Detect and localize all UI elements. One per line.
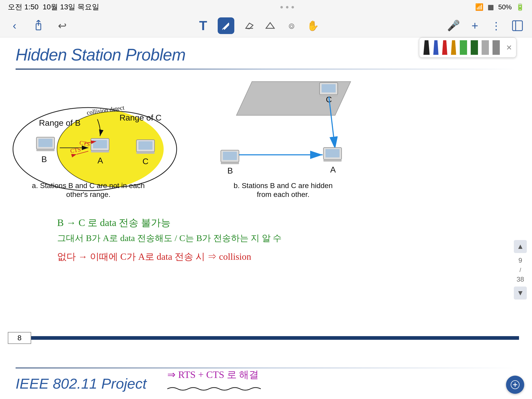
footer-title: IEEE 802.11 Project	[16, 375, 147, 392]
svg-rect-36	[322, 84, 336, 92]
pen-green[interactable]	[460, 40, 467, 55]
svg-text:a. Stations B and C are not in: a. Stations B and C are not in each	[32, 182, 145, 190]
wifi-icon: 📶	[475, 3, 483, 11]
battery-icon: 🔋	[516, 3, 524, 11]
main-content: Hidden Station Problem Range of B Range …	[0, 37, 532, 399]
mic-button[interactable]: 🎤	[447, 19, 460, 32]
title-divider	[16, 69, 516, 70]
svg-line-1	[222, 28, 223, 30]
svg-rect-3	[513, 21, 522, 31]
hand-tool[interactable]: ✋	[306, 19, 320, 32]
toolbar-right: 🎤 + ⋮	[447, 19, 524, 32]
svg-rect-26	[136, 152, 155, 154]
eraser-tool[interactable]	[242, 19, 256, 32]
svg-text:A: A	[330, 165, 336, 174]
slide-footer: IEEE 802.11 Project ⇒ RTS + CTS 로 해결	[0, 368, 532, 399]
status-date: 10월 13일 목요일	[43, 2, 99, 12]
svg-text:A: A	[97, 156, 103, 165]
svg-rect-47	[221, 162, 239, 164]
text-tool[interactable]: T	[196, 19, 210, 32]
signal-icon: ▦	[488, 3, 494, 11]
progress-bar	[31, 336, 519, 340]
pen-tool[interactable]	[218, 17, 234, 34]
page-indicator: 8	[0, 331, 519, 344]
page-numbers: 9/38	[514, 256, 527, 284]
status-time: 오전 1:50	[8, 2, 38, 12]
status-left: 오전 1:50 10월 13일 목요일	[8, 2, 99, 12]
panel-button[interactable]	[511, 19, 524, 32]
shape-tool[interactable]	[263, 19, 277, 32]
zoom-button[interactable]	[506, 376, 524, 394]
scroll-controls: ▲ 9/38 ▼	[514, 240, 527, 300]
more-button[interactable]: ⋮	[489, 19, 503, 32]
footer-annotation: ⇒ RTS + CTS 로 해결	[167, 368, 261, 399]
svg-text:B: B	[227, 166, 233, 175]
svg-text:Range of B: Range of B	[39, 118, 81, 128]
annotation-red: 없다 → 이때에 C가 A로 data 전송 시 ⇒ collision	[57, 250, 251, 263]
page-number: 8	[17, 334, 22, 342]
dot3: ●	[291, 4, 294, 10]
svg-rect-43	[323, 159, 342, 162]
venn-diagram: Range of B Range of C collision detect B	[8, 74, 200, 209]
status-center: ● ● ●	[280, 4, 295, 10]
network-diagram: C A B b. Stations B	[205, 74, 366, 209]
svg-text:Range of C: Range of C	[119, 113, 162, 122]
svg-rect-42	[325, 149, 340, 157]
lasso-tool[interactable]: ⌾	[285, 19, 298, 32]
pen-gray2[interactable]	[493, 40, 500, 55]
back-button[interactable]: ‹	[8, 19, 21, 32]
add-button[interactable]: +	[468, 19, 482, 32]
svg-rect-22	[91, 150, 109, 152]
pen-orange[interactable]	[451, 40, 456, 55]
svg-text:B: B	[41, 155, 47, 164]
battery-label: 50%	[498, 3, 512, 11]
svg-text:C: C	[142, 157, 148, 166]
pen-black[interactable]	[423, 40, 430, 55]
share-button[interactable]	[32, 19, 45, 32]
status-bar: 오전 1:50 10월 13일 목요일 ● ● ● 📶 ▦ 50% 🔋	[0, 0, 532, 14]
pen-darkgreen[interactable]	[471, 40, 478, 55]
annotation-green1: B → C 로 data 전송 불가능	[57, 216, 171, 229]
svg-text:from each other.: from each other.	[257, 190, 309, 198]
toolbar: ‹ ↩ T ⌾ ✋ 🎤 + ⋮	[0, 14, 532, 37]
dot1: ●	[280, 4, 283, 10]
pen-color-panel: ✕	[419, 37, 516, 58]
annotation-green2: 그대서 B가 A로 data 전송해도 / C는 B가 전송하는 지 알 수	[57, 232, 282, 244]
pen-gray1[interactable]	[482, 40, 489, 55]
toolbar-left: ‹ ↩	[8, 19, 69, 32]
pen-panel-close[interactable]: ✕	[506, 43, 512, 52]
pen-red[interactable]	[442, 40, 447, 55]
svg-rect-25	[138, 141, 152, 150]
svg-rect-18	[36, 149, 55, 151]
pen-blue[interactable]	[433, 40, 438, 55]
undo-button[interactable]: ↩	[56, 19, 69, 32]
scroll-down[interactable]: ▼	[514, 287, 527, 300]
dot2: ●	[285, 4, 289, 10]
scroll-up[interactable]: ▲	[514, 240, 527, 253]
toolbar-center: T ⌾ ✋	[196, 17, 320, 34]
svg-text:b. Stations B and C are hidden: b. Stations B and C are hidden	[234, 182, 332, 190]
svg-rect-46	[223, 152, 237, 160]
status-right: 📶 ▦ 50% 🔋	[475, 3, 524, 11]
page-number-box: 8	[8, 332, 31, 344]
svg-text:other's range.: other's range.	[66, 190, 110, 198]
slide-title: Hidden Station Problem	[16, 45, 185, 64]
svg-rect-17	[38, 139, 52, 147]
